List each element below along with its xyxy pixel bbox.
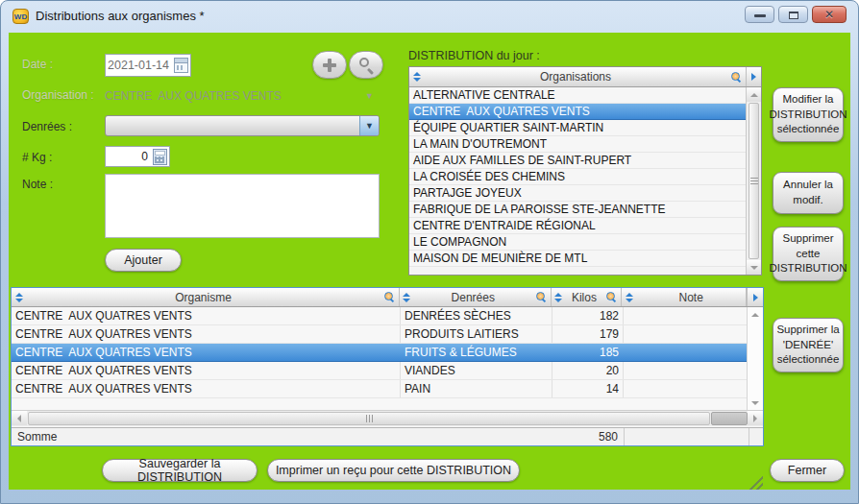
scroll-right-button[interactable] [748,411,763,425]
list-item[interactable]: AIDE AUX FAMILLES DE SAINT-RUPERT [409,153,746,169]
scroll-up-button[interactable] [748,307,763,322]
search-button[interactable] [349,51,383,79]
arrow-right-icon [753,294,758,301]
arrow-up-icon [751,313,759,317]
denrees-combo[interactable]: ▼ [105,115,380,136]
table-summary-row: Somme 580 [12,427,763,445]
window-title: Distributions aux organismes * [36,9,205,23]
column-denrees[interactable]: Denrées [400,288,552,306]
sort-icon[interactable] [412,72,421,82]
modify-distribution-button[interactable]: Modifier la DISTRIBUTION sélectionnée [773,87,844,142]
arrow-left-icon [17,415,21,422]
kg-label: # Kg : [22,151,52,164]
header-expand-button[interactable] [746,67,761,86]
table-vertical-scrollbar[interactable] [747,307,763,410]
table-header[interactable]: Organisme Denrées Kilos Note [12,288,763,307]
date-field[interactable]: 2021-01-14 [105,54,191,77]
table-row[interactable]: CENTRE AUX QUATRES VENTS DENRÉES SÈCHES … [12,307,747,325]
table-row[interactable]: CENTRE AUX QUATRES VENTS PRODUITS LAITIE… [12,325,747,344]
organisation-combo[interactable]: CENTRE AUX QUATRES VENTS ▼ [105,85,376,106]
arrow-down-icon [751,401,759,405]
sum-value: 580 [552,430,624,444]
organisations-items: ALTERNATIVE CENTRALE CENTRE AUX QUATRES … [409,87,746,275]
organisations-list: Organisations ALTERNATIVE CENTRALE CENTR… [408,66,762,276]
scroll-down-button[interactable] [747,260,761,275]
date-value: 2021-01-14 [106,59,172,72]
scroll-up-button[interactable] [747,87,761,102]
column-organisme-label: Organisme [26,291,380,304]
add-distribution-button[interactable] [312,51,347,79]
sort-icon[interactable] [403,293,411,302]
column-kilos-label: Kilos [566,291,603,304]
minimize-button[interactable] [745,6,774,23]
scrollbar-block[interactable] [711,412,748,425]
list-item-selected[interactable]: CENTRE AUX QUATRES VENTS [409,104,746,120]
print-receipt-button[interactable]: Imprimer un reçu pour cette DISTRIBUTION [267,459,520,482]
calendar-icon[interactable] [174,58,188,73]
scroll-down-button[interactable] [748,396,763,410]
arrow-right-icon [753,415,757,422]
resize-grip[interactable] [746,475,763,490]
kg-value: 0 [106,150,151,163]
arrow-down-icon [750,266,758,270]
cancel-modification-button[interactable]: Annuler la modif. [773,172,844,214]
table-row-selected[interactable]: CENTRE AUX QUATRES VENTS FRUITS & LÉGUME… [12,344,747,362]
sort-icon[interactable] [625,293,633,302]
maximize-icon [789,12,798,19]
scrollbar-thumb[interactable] [749,103,759,259]
title-bar[interactable]: WD Distributions aux organismes * ✕ [1,1,858,33]
list-item[interactable]: FABRIQUE DE LA PAROISSE STE-JEANNETTE [409,202,746,218]
column-organisme[interactable]: Organisme [12,288,400,306]
close-button[interactable]: ✕ [812,6,847,23]
maximize-button[interactable] [778,6,808,23]
date-label: Date : [22,58,53,71]
header-expand-button[interactable] [747,288,763,306]
distribution-table: Organisme Denrées Kilos Note [11,287,764,446]
sort-icon[interactable] [554,293,563,302]
table-row[interactable]: CENTRE AUX QUATRES VENTS VIANDES 20 [12,362,747,380]
delete-denree-button[interactable]: Supprimer la 'DENRÉE' sélectionnée [773,318,844,372]
organisations-header[interactable]: Organisations [409,67,761,87]
close-window-button[interactable]: Fermer [770,459,845,482]
calculator-icon[interactable] [153,149,167,165]
organisation-value: CENTRE AUX QUATRES VENTS [105,89,282,103]
note-field[interactable] [105,174,380,238]
column-denrees-label: Denrées [414,291,532,304]
sort-icon[interactable] [14,293,23,302]
list-item[interactable]: ALTERNATIVE CENTRALE [409,87,746,104]
list-item[interactable]: CENTRE D'ENTRAIDE RÉGIONAL [409,218,746,234]
column-note-label: Note [636,291,746,304]
kg-field[interactable]: 0 [105,146,170,167]
filter-magnifier-icon[interactable] [384,292,395,302]
filter-magnifier-icon[interactable] [731,72,742,83]
scrollbar-thumb[interactable] [28,412,710,425]
app-window: WD Distributions aux organismes * ✕ Date… [0,0,859,504]
column-kilos[interactable]: Kilos [552,288,623,306]
distribution-title: DISTRIBUTION du jour : [408,49,540,62]
column-note[interactable]: Note [622,288,747,306]
list-item[interactable]: LE COMPAGNON [409,234,746,251]
search-icon [359,58,369,67]
delete-distribution-button[interactable]: Supprimer cette DISTRIBUTION [773,227,844,281]
list-item[interactable]: PARTAJGE JOYEUX [409,185,746,202]
filter-magnifier-icon[interactable] [536,292,547,302]
minimize-icon [754,14,766,17]
arrow-up-icon [750,93,758,97]
note-label: Note : [22,178,53,191]
add-button[interactable]: Ajouter [105,249,182,272]
save-distribution-button[interactable]: Sauvegarder la DISTRIBUTION [102,459,258,482]
combo-dropdown-button[interactable]: ▼ [359,116,379,135]
table-row[interactable]: CENTRE AUX QUATRES VENTS PAIN 14 [12,380,747,398]
list-item[interactable]: MAISON DE MEUNIÈRE DE MTL [409,251,746,267]
list-item[interactable]: LA MAIN D'OUTREMONT [409,136,746,153]
organisation-label: Organisation : [22,88,94,102]
chevron-down-icon: ▼ [365,91,376,101]
filter-magnifier-icon[interactable] [606,292,617,302]
list-item[interactable]: LA CROISÉE DES CHEMINS [409,169,746,185]
list-vertical-scrollbar[interactable] [746,87,761,275]
table-horizontal-scrollbar[interactable] [12,410,763,426]
scroll-left-button[interactable] [12,411,27,425]
list-item[interactable]: ÉQUIPE QUARTIER SAINT-MARTIN [409,120,746,136]
arrow-right-icon [751,73,756,81]
plus-icon [323,63,336,67]
